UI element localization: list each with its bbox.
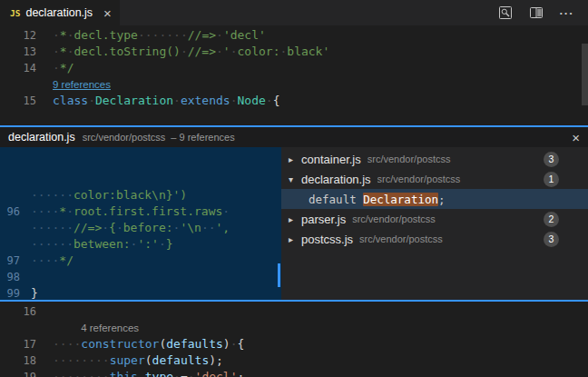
code-token: * [59,204,66,218]
code-token: * [60,45,67,58]
line-number [0,187,31,203]
code-token: //=> [74,221,102,234]
code-text: class·Declaration·extends·Node·{ [53,93,279,109]
code-token: { [109,221,116,234]
code-token: root.first.first.raws [74,204,222,218]
reference-file-row[interactable]: ▸postcss.jssrc/vendor/postcss3 [281,229,588,249]
code-text: ····*/ [31,253,74,269]
peek-title-path: src/vendor/postcss [83,132,166,143]
code-line[interactable]: 18········super(defaults); [0,352,588,369]
code-token: · [173,370,181,377]
code-line[interactable]: 13·*·decl.toString()·//=>·'·color:·black… [0,44,588,60]
code-token: decl.toString() [74,45,180,58]
peek-code-preview[interactable]: ······color:black\n}')96····*·root.first… [0,147,281,300]
editor-code-top[interactable]: 12·*·decl.type·······//=>·'decl'13·*·dec… [0,25,588,125]
peek-preview-scrollbar[interactable] [278,263,280,287]
codelens-link[interactable]: 9 references [53,76,111,93]
tab-label: declaration.js [25,6,93,19]
gutter [0,76,53,93]
line-number: 14 [0,60,53,76]
editor-scrollbar[interactable] [582,44,588,105]
editor-actions: ··· [484,0,588,25]
reference-file-row[interactable]: ▾declaration.jssrc/vendor/postcss1 [281,169,588,189]
reference-file-row[interactable]: ▸parser.jssrc/vendor/postcss2 [281,209,588,229]
codelens-link[interactable]: 4 references [53,320,139,336]
editor-code-bottom[interactable]: 164 references17····constructor(defaults… [0,302,588,377]
code-text: ····constructor(defaults)·{ [53,336,244,352]
line-number: 13 [0,44,53,60]
code-token: ······ [31,237,74,251]
code-token: '\n [180,221,201,234]
code-line[interactable]: 97····*/ [0,253,281,269]
code-token: · [230,45,238,58]
chevron-down-icon[interactable]: ▾ [287,174,301,184]
code-line[interactable]: 98 [0,269,281,285]
chevron-right-icon[interactable]: ▸ [287,234,301,244]
code-token: //=> [188,45,216,58]
gutter [0,320,53,336]
code-line[interactable]: 99} [0,285,281,300]
code-token: · [216,45,223,58]
peek-close-icon[interactable]: × [572,131,580,144]
code-token: . [138,370,145,377]
code-token: black' [287,45,329,58]
code-token: · [173,94,181,107]
code-text: ·*/ [53,60,74,76]
reference-file-path: src/vendor/postcss [368,154,544,164]
reference-item[interactable]: default Declaration; [281,189,588,209]
code-line[interactable]: ······//=>·{·before:·'\n··', [0,220,281,236]
code-token: super [110,353,145,367]
code-token: constructor [81,337,159,351]
code-token: before: [123,221,173,234]
chevron-right-icon[interactable]: ▸ [287,154,301,164]
more-actions-icon[interactable]: ··· [559,5,574,21]
code-line[interactable]: 14·*/ [0,60,588,76]
code-token: · [266,94,273,107]
code-token: ' [223,45,230,58]
code-token: ···· [31,253,59,267]
tab-close-icon[interactable]: × [103,6,112,20]
code-token: * [60,28,67,42]
reference-file-row[interactable]: ▸container.jssrc/vendor/postcss3 [281,149,588,169]
code-line[interactable]: 16 [0,303,588,320]
reference-match-highlight: Declaration [363,193,438,206]
code-line[interactable]: 17····constructor(defaults)·{ [0,336,588,352]
code-token: ':' [137,237,158,251]
code-token: color: [238,45,280,58]
code-token: type [145,370,173,377]
line-number: 17 [0,336,53,352]
tab-declaration-js[interactable]: JS declaration.js × [0,0,120,25]
code-token: class [53,94,88,107]
code-line[interactable]: 96····*·root.first.first.raws· [0,203,281,220]
line-number: 15 [0,93,53,109]
reference-file-name: declaration.js [301,173,371,186]
code-token: = [181,370,188,377]
chevron-right-icon[interactable]: ▸ [287,214,301,224]
reference-count-badge: 1 [544,172,559,187]
code-token: ); [209,353,223,367]
code-token: ······ [31,188,74,202]
line-number: 99 [0,285,31,300]
code-line[interactable]: 15class·Declaration·extends·Node·{ [0,93,588,109]
code-token: · [66,204,74,218]
code-line[interactable]: ······between:·':'·} [0,236,281,253]
reference-file-name: parser.js [301,213,346,226]
code-line[interactable]: 19········this.type·=·'decl'; [0,369,588,377]
references-peek-widget: declaration.js src/vendor/postcss – 9 re… [0,125,588,302]
code-token: ( [145,353,152,367]
code-token: · [116,221,123,234]
code-text: ········super(defaults); [53,352,223,369]
code-token: · [53,28,60,42]
code-token: · [88,94,95,107]
code-token: 'decl' [195,370,238,377]
code-token: */ [59,253,74,267]
code-token: ) [223,337,230,351]
open-preview-icon[interactable] [497,5,513,21]
code-token: · [230,337,238,351]
split-editor-icon[interactable] [528,5,544,21]
code-line[interactable]: ······color:black\n}') [0,187,281,203]
code-line[interactable]: 12·*·decl.type·······//=>·'decl' [0,27,588,44]
code-token: ···· [53,337,81,351]
code-token: defaults [166,337,223,351]
reference-file-path: src/vendor/postcss [377,174,544,184]
